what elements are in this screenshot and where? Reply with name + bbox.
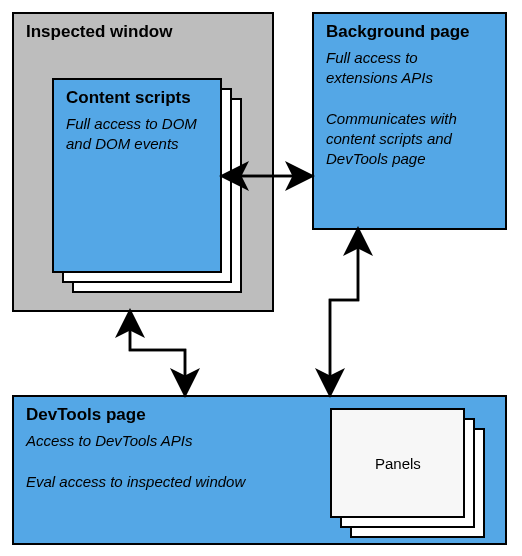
content-scripts-title: Content scripts — [66, 88, 208, 108]
devtools-page-body: Access to DevTools APIs Eval access to i… — [26, 431, 286, 492]
background-page-body: Full access to extensions APIs Communica… — [326, 48, 493, 170]
arrow-inspected-devtools — [130, 323, 185, 383]
background-page-title: Background page — [326, 22, 493, 42]
content-scripts-body: Full access to DOM and DOM events — [66, 114, 208, 155]
panels-label: Panels — [375, 455, 421, 472]
arrow-background-devtools — [330, 241, 358, 383]
background-page-box: Background page Full access to extension… — [312, 12, 507, 230]
content-scripts-box: Content scripts Full access to DOM and D… — [52, 78, 222, 273]
inspected-window-title: Inspected window — [26, 22, 260, 42]
